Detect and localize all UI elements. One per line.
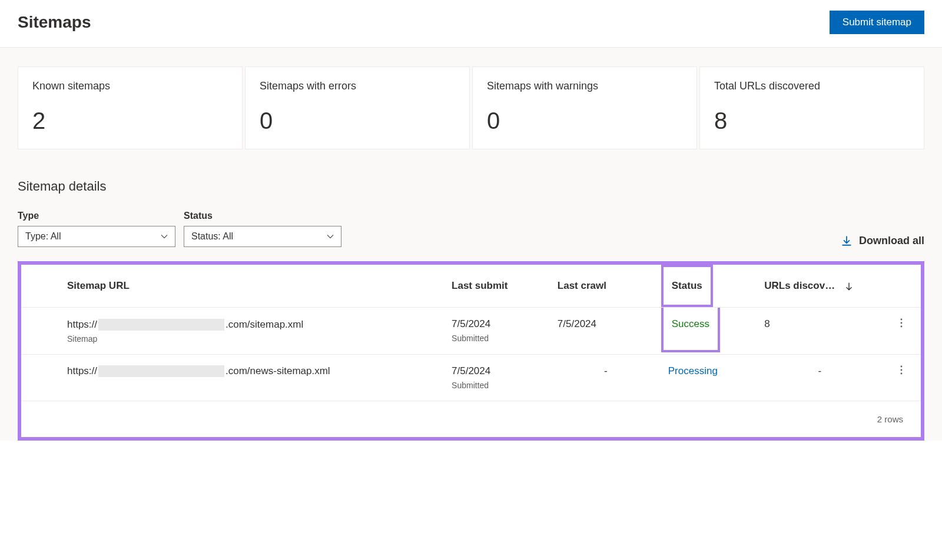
download-icon	[841, 236, 852, 246]
table-row[interactable]: https://.com/sitemap.xmlSitemap7/5/2024S…	[21, 308, 921, 355]
cell-urls-discovered: 8	[757, 308, 882, 355]
svg-point-3	[901, 365, 903, 367]
chevron-down-icon	[327, 233, 334, 240]
url-redacted	[98, 365, 224, 377]
filter-label-type: Type	[18, 211, 175, 221]
stat-label: Sitemaps with errors	[260, 80, 455, 92]
status-value: Processing	[668, 365, 718, 376]
cell-last-submit: 7/5/2024Submitted	[445, 354, 550, 401]
stat-value: 0	[487, 109, 682, 132]
stat-card-urls-discovered: Total URLs discovered 8	[699, 66, 924, 149]
stat-value: 0	[260, 109, 455, 132]
dropdown-value: Status: All	[191, 231, 233, 242]
status-header-highlight: Status	[661, 265, 713, 307]
stat-label: Sitemaps with warnings	[487, 80, 682, 92]
url-prefix: https://	[67, 365, 97, 377]
svg-point-2	[901, 326, 903, 328]
table-footer-count: 2 rows	[21, 401, 921, 437]
row-actions-menu[interactable]	[883, 308, 921, 355]
url-redacted	[98, 319, 224, 331]
stat-card-known-sitemaps: Known sitemaps 2	[18, 66, 243, 149]
svg-point-1	[901, 322, 903, 324]
kebab-icon	[900, 365, 903, 375]
url-type-sub: Sitemap	[67, 334, 437, 344]
url-suffix: .com/news-sitemap.xml	[225, 365, 330, 377]
sitemap-table-container: Sitemap URL Last submit Last crawl Statu…	[18, 261, 924, 441]
page-title: Sitemaps	[18, 13, 91, 32]
cell-urls-discovered: -	[757, 354, 882, 401]
download-all-button[interactable]: Download all	[841, 235, 924, 247]
stat-card-warnings: Sitemaps with warnings 0	[472, 66, 697, 149]
cell-url: https://.com/news-sitemap.xml	[21, 354, 445, 401]
chevron-down-icon	[161, 233, 168, 240]
url-prefix: https://	[67, 319, 97, 331]
filter-label-status: Status	[184, 211, 341, 221]
last-submit-date: 7/5/2024	[452, 365, 543, 377]
stat-label: Total URLs discovered	[714, 80, 910, 92]
stat-card-errors: Sitemaps with errors 0	[245, 66, 470, 149]
cell-last-crawl: -	[550, 354, 661, 401]
dropdown-value: Type: All	[25, 231, 61, 242]
section-title-sitemap-details: Sitemap details	[18, 179, 924, 194]
download-all-label: Download all	[859, 235, 924, 247]
url-suffix: .com/sitemap.xml	[225, 319, 303, 331]
th-last-submit[interactable]: Last submit	[445, 265, 550, 308]
th-last-crawl[interactable]: Last crawl	[550, 265, 661, 308]
submit-sitemap-button[interactable]: Submit sitemap	[830, 11, 924, 34]
stats-row: Known sitemaps 2 Sitemaps with errors 0 …	[0, 48, 942, 149]
sitemap-table: Sitemap URL Last submit Last crawl Statu…	[21, 265, 921, 437]
last-submit-date: 7/5/2024	[452, 318, 543, 330]
last-submit-sub: Submitted	[452, 381, 543, 390]
last-submit-sub: Submitted	[452, 334, 543, 343]
cell-last-submit: 7/5/2024Submitted	[445, 308, 550, 355]
status-value: Success	[661, 308, 720, 352]
th-urls-discovered[interactable]: URLs discov…	[757, 265, 882, 308]
cell-last-crawl: 7/5/2024	[550, 308, 661, 355]
th-status[interactable]: Status	[661, 265, 757, 308]
svg-point-5	[901, 372, 903, 374]
row-actions-menu[interactable]	[883, 354, 921, 401]
cell-status: Success	[661, 308, 757, 355]
svg-point-0	[901, 319, 903, 321]
type-dropdown[interactable]: Type: All	[18, 226, 175, 247]
stat-value: 2	[32, 109, 228, 132]
th-label: URLs discov…	[764, 280, 835, 291]
cell-status: Processing	[661, 354, 757, 401]
sort-down-icon	[845, 282, 853, 291]
stat-label: Known sitemaps	[32, 80, 228, 92]
th-sitemap-url[interactable]: Sitemap URL	[21, 265, 445, 308]
svg-point-4	[901, 369, 903, 371]
status-dropdown[interactable]: Status: All	[184, 226, 341, 247]
table-row[interactable]: https://.com/news-sitemap.xml7/5/2024Sub…	[21, 354, 921, 401]
cell-url: https://.com/sitemap.xmlSitemap	[21, 308, 445, 355]
kebab-icon	[900, 318, 903, 328]
stat-value: 8	[714, 109, 910, 132]
